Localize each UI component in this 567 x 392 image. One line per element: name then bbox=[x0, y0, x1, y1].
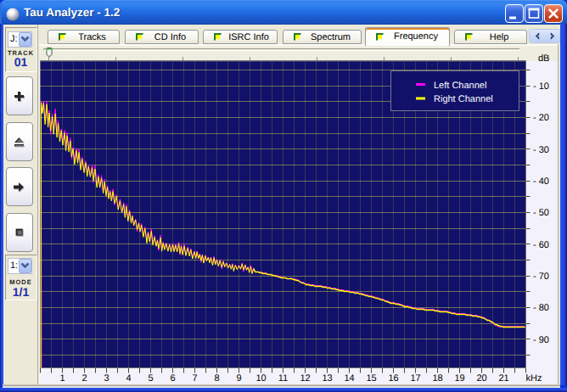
svg-text:- 80: - 80 bbox=[533, 303, 549, 313]
svg-text:Right Channel: Right Channel bbox=[434, 94, 493, 104]
svg-text:11: 11 bbox=[278, 373, 288, 384]
svg-text:7: 7 bbox=[192, 373, 197, 384]
svg-text:- 90: - 90 bbox=[533, 335, 549, 345]
svg-text:20: 20 bbox=[476, 373, 486, 384]
svg-text:1: 1 bbox=[59, 373, 65, 384]
svg-text:2: 2 bbox=[81, 373, 87, 384]
svg-text:4: 4 bbox=[126, 373, 131, 384]
svg-text:5: 5 bbox=[148, 373, 153, 384]
svg-text:10: 10 bbox=[255, 373, 266, 384]
svg-text:- 50: - 50 bbox=[533, 208, 549, 218]
svg-text:18: 18 bbox=[432, 373, 442, 384]
svg-text:- 60: - 60 bbox=[533, 240, 549, 250]
svg-text:dB: dB bbox=[538, 53, 549, 64]
svg-text:kHz: kHz bbox=[526, 373, 542, 384]
svg-text:21: 21 bbox=[498, 373, 508, 384]
svg-text:19: 19 bbox=[454, 373, 464, 384]
svg-text:6: 6 bbox=[170, 373, 175, 384]
svg-text:- 40: - 40 bbox=[533, 176, 549, 187]
svg-text:13: 13 bbox=[322, 373, 332, 384]
svg-text:15: 15 bbox=[366, 373, 376, 384]
svg-text:- 30: - 30 bbox=[533, 145, 549, 155]
svg-text:3: 3 bbox=[104, 373, 109, 384]
svg-text:17: 17 bbox=[410, 373, 420, 384]
svg-text:14: 14 bbox=[344, 373, 354, 384]
svg-text:- 10: - 10 bbox=[533, 81, 549, 92]
svg-text:- 20: - 20 bbox=[533, 113, 549, 123]
svg-text:8: 8 bbox=[214, 373, 219, 384]
svg-text:12: 12 bbox=[300, 373, 310, 384]
svg-text:9: 9 bbox=[236, 373, 241, 384]
svg-text:- 70: - 70 bbox=[533, 272, 549, 282]
svg-text:16: 16 bbox=[388, 373, 398, 384]
svg-text:Left Channel: Left Channel bbox=[434, 81, 486, 91]
